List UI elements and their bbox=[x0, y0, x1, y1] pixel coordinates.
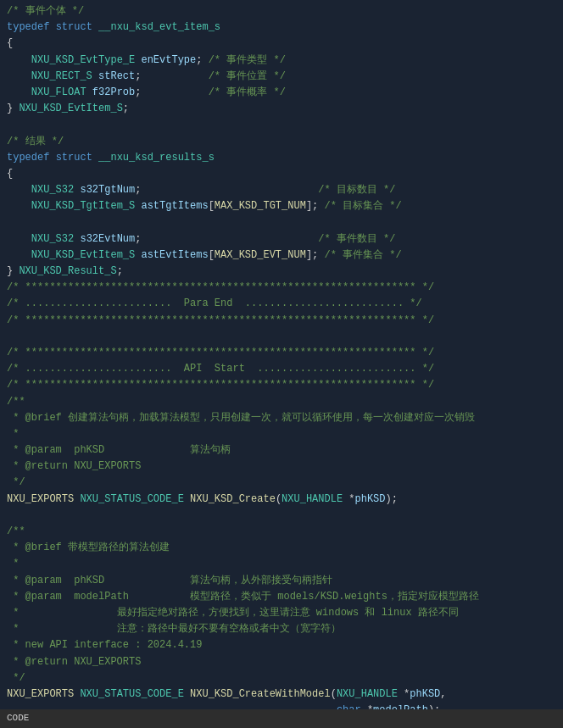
code-line-32 bbox=[0, 508, 563, 524]
code-line-17: } NXU_KSD_Result_S; bbox=[0, 264, 563, 280]
code-line-23: /* ........................ API Start ..… bbox=[0, 361, 563, 377]
code-line-5: NXU_RECT_S stRect; /* 事件位置 */ bbox=[0, 69, 563, 85]
code-line-39: * 注意：路径中最好不要有空格或者中文（宽字符） bbox=[0, 621, 563, 637]
code-line-24: /* *************************************… bbox=[0, 377, 563, 393]
code-line-7: } NXU_KSD_EvtItem_S; bbox=[0, 101, 563, 117]
code-editor: /* 事件个体 */ typedef struct __nxu_ksd_evt_… bbox=[0, 0, 563, 722]
code-line-9: /* 结果 */ bbox=[0, 134, 563, 150]
code-line-10: typedef struct __nxu_ksd_results_s bbox=[0, 150, 563, 166]
code-line-34: * @brief 带模型路径的算法创建 bbox=[0, 540, 563, 556]
code-line-12: NXU_S32 s32TgtNum; /* 目标数目 */ bbox=[0, 182, 563, 198]
code-line-8 bbox=[0, 117, 563, 133]
code-line-37: * @param modelPath 模型路径，类似于 models/KSD.w… bbox=[0, 589, 563, 605]
code-line-18: /* *************************************… bbox=[0, 280, 563, 296]
code-line-2: typedef struct __nxu_ksd_evt_item_s bbox=[0, 19, 563, 36]
code-line-27: * bbox=[0, 426, 563, 442]
code-line-30: */ bbox=[0, 475, 563, 491]
code-line-22: /* *************************************… bbox=[0, 345, 563, 361]
code-line-3: { bbox=[0, 36, 563, 52]
code-line-28: * @param phKSD 算法句柄 bbox=[0, 442, 563, 458]
code-line-42: */ bbox=[0, 670, 563, 686]
code-line-6: NXU_FLOAT f32Prob; /* 事件概率 */ bbox=[0, 85, 563, 101]
code-label: CODE bbox=[7, 711, 29, 726]
code-line-25: /** bbox=[0, 394, 563, 410]
code-line-11: { bbox=[0, 166, 563, 182]
code-line-16: NXU_KSD_EvtItem_S astEvtItems[MAX_KSD_EV… bbox=[0, 247, 563, 264]
code-line-4: NXU_KSD_EvtType_E enEvtType; /* 事件类型 */ bbox=[0, 53, 563, 69]
code-line-41: * @return NXU_EXPORTS bbox=[0, 654, 563, 670]
code-line-15: NXU_S32 s32EvtNum; /* 事件数目 */ bbox=[0, 231, 563, 247]
code-line-31: NXU_EXPORTS NXU_STATUS_CODE_E NXU_KSD_Cr… bbox=[0, 492, 563, 508]
code-line-19: /* ........................ Para End ...… bbox=[0, 296, 563, 312]
code-line-14 bbox=[0, 214, 563, 231]
code-line-13: NXU_KSD_TgtItem_S astTgtItems[MAX_KSD_TG… bbox=[0, 198, 563, 214]
code-line-21 bbox=[0, 329, 563, 345]
code-line-20: /* *************************************… bbox=[0, 313, 563, 329]
code-line-38: * 最好指定绝对路径，方便找到，这里请注意 windows 和 linux 路径… bbox=[0, 605, 563, 621]
code-line-33: /** bbox=[0, 524, 563, 540]
code-line-35: * bbox=[0, 556, 563, 572]
bottom-bar: CODE bbox=[0, 709, 563, 728]
code-line-43: NXU_EXPORTS NXU_STATUS_CODE_E NXU_KSD_Cr… bbox=[0, 686, 563, 703]
code-line-36: * @param phKSD 算法句柄，从外部接受句柄指针 bbox=[0, 573, 563, 589]
code-line-1: /* 事件个体 */ bbox=[0, 3, 563, 19]
code-line-26: * @brief 创建算法句柄，加载算法模型，只用创建一次，就可以循环使用，每一… bbox=[0, 410, 563, 426]
code-line-40: * new API interface : 2024.4.19 bbox=[0, 637, 563, 653]
code-line-29: * @return NXU_EXPORTS bbox=[0, 458, 563, 475]
